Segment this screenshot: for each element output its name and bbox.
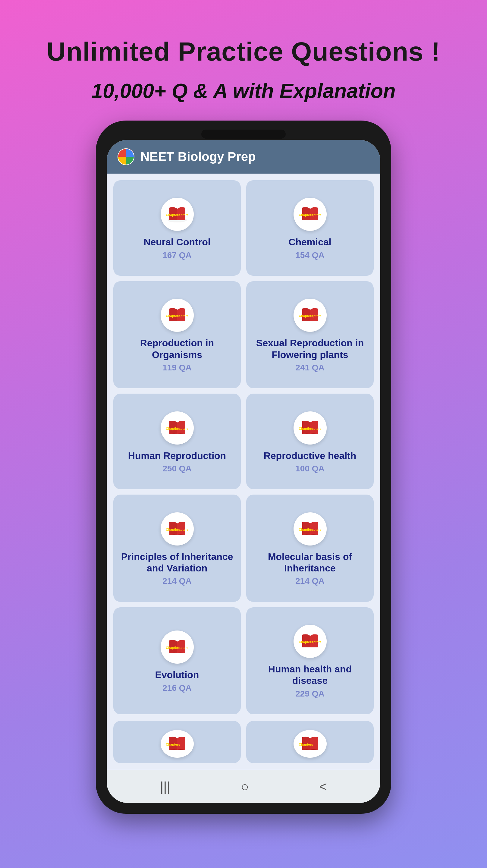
chapters-icon: Chapters Chapters bbox=[294, 198, 327, 231]
svg-text:Chapters: Chapters bbox=[307, 213, 321, 217]
chapter-qa: 216 QA bbox=[162, 683, 192, 693]
chapter-card-neural-control[interactable]: Chapters Chapters Neural Control 167 QA bbox=[113, 180, 241, 276]
chapters-icon: Chapters Chapters bbox=[161, 411, 194, 444]
chapter-card-principles-inheritance[interactable]: Chapters Chapters Principles of Inherita… bbox=[113, 495, 241, 601]
chapter-name: Sexual Reproduction in Flowering plants bbox=[252, 337, 368, 361]
back-button[interactable]: < bbox=[319, 779, 327, 794]
chapter-name: Human Reproduction bbox=[128, 450, 226, 461]
header-section: Unlimited Practice Questions ! 10,000+ Q… bbox=[0, 0, 487, 121]
chapter-name: Chemical bbox=[288, 236, 331, 248]
chapters-icon: Chapters Chapters bbox=[161, 513, 194, 546]
chapter-card-reproductive-health[interactable]: Chapters Chapters Reproductive health 10… bbox=[246, 394, 374, 489]
chapter-card-partial-1[interactable]: Chapters bbox=[113, 721, 241, 763]
svg-text:Chapters: Chapters bbox=[307, 314, 321, 318]
partial-row: Chapters Chapters bbox=[107, 721, 380, 770]
chapter-name: Reproductive health bbox=[264, 450, 357, 461]
chapter-qa: 119 QA bbox=[162, 363, 192, 373]
svg-text:Chapters: Chapters bbox=[299, 743, 313, 746]
phone-notch bbox=[201, 130, 286, 138]
svg-text:Chapters: Chapters bbox=[307, 528, 321, 531]
app-header: NEET Biology Prep bbox=[107, 140, 380, 174]
chapter-name: Human health and disease bbox=[252, 663, 368, 687]
chapters-icon: Chapters Chapters bbox=[161, 630, 194, 664]
chapters-icon-partial: Chapters bbox=[161, 730, 194, 758]
svg-text:Chapters: Chapters bbox=[174, 427, 188, 430]
svg-text:Chapters: Chapters bbox=[174, 314, 188, 318]
chapter-name: Neural Control bbox=[144, 236, 210, 248]
chapters-icon: Chapters Chapters bbox=[161, 198, 194, 231]
chapter-qa: 167 QA bbox=[162, 250, 192, 260]
subtitle: 10,000+ Q & A with Explanation bbox=[0, 79, 487, 102]
chapters-grid: Chapters Chapters Neural Control 167 QA … bbox=[107, 174, 380, 721]
phone-device: NEET Biology Prep Chapters Chapters Neur… bbox=[96, 121, 391, 814]
home-button[interactable]: ○ bbox=[241, 779, 249, 794]
app-name-label: NEET Biology Prep bbox=[141, 150, 256, 164]
chapters-icon: Chapters Chapters bbox=[161, 299, 194, 332]
chapters-icon: Chapters Chapters bbox=[294, 299, 327, 332]
chapters-icon: Chapters Chapters bbox=[294, 411, 327, 444]
chapter-card-molecular-basis[interactable]: Chapters Chapters Molecular basis of Inh… bbox=[246, 495, 374, 601]
svg-text:Chapters: Chapters bbox=[174, 646, 188, 650]
chapter-card-evolution[interactable]: Chapters Chapters Evolution 216 QA bbox=[113, 607, 241, 714]
chapter-qa: 100 QA bbox=[295, 464, 325, 473]
chapters-icon: Chapters Chapters bbox=[294, 513, 327, 546]
svg-text:Chapters: Chapters bbox=[174, 528, 188, 531]
svg-text:Chapters: Chapters bbox=[174, 213, 188, 217]
chapter-name: Evolution bbox=[155, 669, 199, 681]
chapter-card-human-reproduction[interactable]: Chapters Chapters Human Reproduction 250… bbox=[113, 394, 241, 489]
chapters-icon: Chapters Chapters bbox=[294, 625, 327, 658]
chapters-icon-partial: Chapters bbox=[294, 730, 327, 758]
chapter-qa: 214 QA bbox=[295, 576, 325, 586]
chapter-qa: 154 QA bbox=[295, 250, 325, 260]
chapter-card-partial-2[interactable]: Chapters bbox=[246, 721, 374, 763]
chapter-name: Principles of Inheritance and Variation bbox=[119, 551, 235, 574]
menu-button[interactable]: ||| bbox=[160, 779, 170, 794]
svg-text:Chapters: Chapters bbox=[166, 743, 180, 746]
chapter-qa: 250 QA bbox=[162, 464, 192, 473]
chapter-card-chemical[interactable]: Chapters Chapters Chemical 154 QA bbox=[246, 180, 374, 276]
chapter-card-reproduction-organisms[interactable]: Chapters Chapters Reproduction in Organi… bbox=[113, 281, 241, 388]
chapter-qa: 241 QA bbox=[295, 363, 325, 373]
navigation-bar: ||| ○ < bbox=[107, 770, 380, 803]
svg-text:Chapters: Chapters bbox=[307, 427, 321, 430]
phone-screen: NEET Biology Prep Chapters Chapters Neur… bbox=[107, 140, 380, 803]
svg-text:Chapters: Chapters bbox=[307, 640, 321, 644]
chapter-name: Molecular basis of Inheritance bbox=[252, 551, 368, 574]
chapter-name: Reproduction in Organisms bbox=[119, 337, 235, 361]
main-title: Unlimited Practice Questions ! bbox=[0, 36, 487, 67]
app-logo bbox=[118, 148, 134, 165]
chapter-qa: 229 QA bbox=[295, 689, 325, 699]
chapter-qa: 214 QA bbox=[162, 576, 192, 586]
chapter-card-sexual-reproduction[interactable]: Chapters Chapters Sexual Reproduction in… bbox=[246, 281, 374, 388]
chapter-card-human-health[interactable]: Chapters Chapters Human health and disea… bbox=[246, 607, 374, 714]
